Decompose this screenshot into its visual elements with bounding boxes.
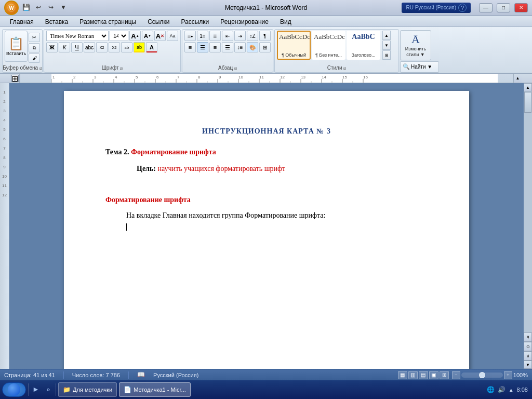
qat-redo[interactable]: ↪ bbox=[46, 3, 56, 13]
styles-scroll-more[interactable]: ⊞ bbox=[382, 50, 391, 60]
ruler-corner-btn[interactable]: ⊞ bbox=[11, 75, 19, 82]
font-shrink-button[interactable]: A▼ bbox=[142, 31, 153, 41]
find-button[interactable]: 🔍 Найти ▼ bbox=[400, 61, 439, 73]
show-desktop-taskbar[interactable]: » bbox=[43, 384, 54, 395]
minimize-button[interactable]: — bbox=[479, 3, 493, 12]
zoom-slider-thumb[interactable] bbox=[479, 372, 485, 378]
scroll-next-page[interactable]: ↡ bbox=[524, 351, 532, 361]
horizontal-ruler: ⊞ 1 2 3 4 5 6 bbox=[0, 74, 532, 83]
ruler-scroll-button[interactable]: ▲ bbox=[513, 74, 522, 83]
view-fullscreen-button[interactable]: ▥ bbox=[408, 371, 418, 379]
view-draft-button[interactable]: ⊞ bbox=[440, 371, 449, 379]
tab-view[interactable]: Вид bbox=[274, 17, 297, 26]
paste-label: Вставить bbox=[6, 51, 26, 56]
increase-indent-button[interactable]: ⇥ bbox=[234, 31, 246, 41]
tab-references[interactable]: Ссылки bbox=[142, 17, 175, 26]
align-center-button[interactable]: ☰ bbox=[197, 42, 208, 52]
numbering-button[interactable]: 1≡ bbox=[197, 31, 208, 41]
scroll-track[interactable] bbox=[524, 91, 532, 332]
tab-insert[interactable]: Вставка bbox=[39, 17, 74, 26]
media-player-taskbar[interactable]: ► bbox=[31, 384, 41, 395]
strikethrough-button[interactable]: abc bbox=[84, 42, 95, 52]
font-expand[interactable]: ⧄ bbox=[120, 66, 123, 71]
sort-button[interactable]: ↕Z bbox=[247, 31, 258, 41]
scroll-prev-page[interactable]: ↟ bbox=[524, 332, 532, 342]
view-outline-button[interactable]: ▣ bbox=[429, 371, 438, 379]
superscript-button[interactable]: x2 bbox=[109, 42, 120, 52]
zoom-slider[interactable] bbox=[461, 373, 503, 378]
view-web-button[interactable]: ▤ bbox=[419, 371, 428, 379]
tab-home[interactable]: Главная bbox=[4, 17, 39, 26]
style-no-interval[interactable]: AaBbCcDc ¶ Без инте... bbox=[312, 31, 345, 60]
tab-mailings[interactable]: Рассылки bbox=[175, 17, 215, 26]
tray-network[interactable]: 🌐 bbox=[487, 386, 495, 394]
borders-button[interactable]: ⊞ bbox=[259, 42, 271, 52]
status-divider-1 bbox=[63, 371, 64, 379]
start-button[interactable] bbox=[2, 382, 26, 397]
paste-button[interactable]: 📋 Вставить bbox=[5, 31, 28, 62]
qat-save[interactable]: 💾 bbox=[21, 3, 31, 13]
show-formatting-button[interactable]: ¶ bbox=[259, 31, 271, 41]
font-grow-button[interactable]: A▲ bbox=[129, 31, 141, 41]
theme-prefix: Тема 2. bbox=[105, 148, 131, 156]
multilevel-list-button[interactable]: ≣ bbox=[209, 31, 221, 41]
underline-button[interactable]: Ч bbox=[71, 42, 83, 52]
office-button[interactable]: W bbox=[4, 1, 19, 15]
styles-expand[interactable]: ⧄ bbox=[343, 66, 346, 71]
close-button[interactable]: ✕ bbox=[514, 3, 528, 12]
change-case-button[interactable]: Аа bbox=[167, 31, 178, 41]
subscript-button[interactable]: x2 bbox=[96, 42, 108, 52]
text-effects-button[interactable]: ab bbox=[121, 42, 132, 52]
body-line2-cursor[interactable] bbox=[126, 223, 428, 231]
style-heading1[interactable]: AaBbC Заголово... bbox=[347, 31, 380, 60]
paragraph-expand[interactable]: ⧄ bbox=[234, 66, 237, 71]
align-left-button[interactable]: ≡ bbox=[184, 42, 196, 52]
font-name-select[interactable]: Times New Roman Arial Calibri bbox=[46, 31, 109, 41]
word-taskbar-button[interactable]: 📄 Методичка1 - Micr... bbox=[119, 382, 191, 397]
clipboard-expand[interactable]: ⧄ bbox=[39, 66, 42, 71]
tab-page-layout[interactable]: Разметка страницы bbox=[74, 17, 142, 26]
zoom-out-button[interactable]: − bbox=[452, 371, 460, 379]
style-normal[interactable]: AaBbCcDc ¶ Обычный bbox=[277, 31, 311, 60]
copy-button[interactable]: ⧉ bbox=[29, 43, 40, 52]
find-label: Найти ▼ bbox=[411, 64, 432, 70]
font-color-button[interactable]: A bbox=[146, 42, 157, 52]
word-count[interactable]: Число слов: 7 786 bbox=[72, 372, 120, 378]
italic-button[interactable]: К bbox=[59, 42, 70, 52]
scroll-thumb[interactable] bbox=[524, 92, 531, 113]
spelling-icon[interactable]: 📖 bbox=[137, 371, 145, 379]
page-info[interactable]: Страница: 41 из 41 bbox=[4, 372, 55, 378]
shading-button[interactable]: 🎨 bbox=[247, 42, 258, 52]
zoom-level[interactable]: 100% bbox=[513, 372, 528, 378]
highlight-button[interactable]: ab bbox=[134, 42, 145, 52]
tray-volume[interactable]: 🔊 bbox=[498, 386, 506, 394]
lang-help[interactable]: ? bbox=[458, 4, 467, 12]
document-page[interactable]: ИНСТРУКЦИОННАЯ КАРТА № 3 Тема 2. Формати… bbox=[64, 91, 469, 369]
bullets-button[interactable]: ≡● bbox=[184, 31, 196, 41]
tab-review[interactable]: Рецензирование bbox=[215, 17, 274, 26]
folder-taskbar-button[interactable]: 📁 Для методички bbox=[58, 382, 117, 397]
change-styles-button[interactable]: Ā Изменитьстили ▼ bbox=[400, 30, 431, 60]
scroll-down-button[interactable]: ▼ bbox=[524, 361, 532, 369]
decrease-indent-button[interactable]: ⇤ bbox=[222, 31, 233, 41]
cut-button[interactable]: ✂ bbox=[29, 33, 40, 42]
align-right-button[interactable]: ≡ bbox=[209, 42, 221, 52]
qat-customize[interactable]: ▼ bbox=[58, 3, 69, 13]
font-clear-button[interactable]: A✕ bbox=[154, 31, 166, 41]
styles-scroll-down[interactable]: ▼ bbox=[382, 41, 391, 50]
svg-text:7: 7 bbox=[177, 75, 180, 79]
bold-button[interactable]: Ж bbox=[46, 42, 58, 52]
qat-undo[interactable]: ↩ bbox=[33, 3, 44, 13]
language-status[interactable]: Русский (Россия) bbox=[153, 372, 198, 378]
scroll-select-browse[interactable]: ⊙ bbox=[524, 342, 532, 351]
maximize-button[interactable]: □ bbox=[497, 3, 510, 12]
font-size-select[interactable]: 14 12 16 bbox=[110, 31, 128, 41]
line-spacing-button[interactable]: ↕≡ bbox=[234, 42, 246, 52]
format-painter-button[interactable]: 🖌 bbox=[29, 54, 40, 63]
scroll-up-button[interactable]: ▲ bbox=[524, 83, 532, 91]
styles-scroll-up[interactable]: ▲ bbox=[382, 31, 391, 40]
view-print-button[interactable]: ▦ bbox=[398, 371, 407, 379]
justify-button[interactable]: ☰ bbox=[222, 42, 233, 52]
document-area[interactable]: ИНСТРУКЦИОННАЯ КАРТА № 3 Тема 2. Формати… bbox=[9, 83, 524, 369]
zoom-in-button[interactable]: + bbox=[504, 371, 512, 379]
